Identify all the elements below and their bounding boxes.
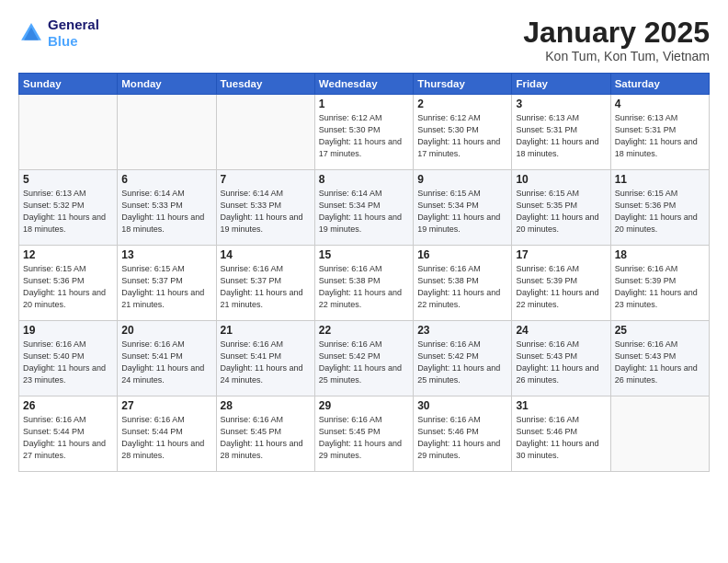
calendar-day-cell: 4Sunrise: 6:13 AMSunset: 5:31 PMDaylight… xyxy=(610,95,709,170)
calendar-day-cell: 18Sunrise: 6:16 AMSunset: 5:39 PMDayligh… xyxy=(610,246,709,321)
day-number: 1 xyxy=(319,98,409,110)
calendar-week-row: 5Sunrise: 6:13 AMSunset: 5:32 PMDaylight… xyxy=(19,170,710,246)
calendar-day-cell: 3Sunrise: 6:13 AMSunset: 5:31 PMDaylight… xyxy=(512,95,610,170)
day-number: 16 xyxy=(417,248,507,261)
day-info: Sunrise: 6:16 AMSunset: 5:45 PMDaylight:… xyxy=(319,414,409,462)
day-info: Sunrise: 6:16 AMSunset: 5:43 PMDaylight:… xyxy=(516,339,606,386)
day-info: Sunrise: 6:16 AMSunset: 5:46 PMDaylight:… xyxy=(417,414,507,462)
day-info: Sunrise: 6:15 AMSunset: 5:34 PMDaylight:… xyxy=(417,188,507,236)
day-number: 6 xyxy=(121,173,211,186)
day-number: 8 xyxy=(319,173,409,186)
day-info: Sunrise: 6:15 AMSunset: 5:35 PMDaylight:… xyxy=(516,188,606,236)
day-number: 17 xyxy=(516,248,606,261)
day-number: 26 xyxy=(23,399,113,412)
calendar-table: SundayMondayTuesdayWednesdayThursdayFrid… xyxy=(18,73,710,472)
day-number: 27 xyxy=(121,399,211,412)
calendar-day-cell: 13Sunrise: 6:15 AMSunset: 5:37 PMDayligh… xyxy=(118,246,216,321)
day-info: Sunrise: 6:14 AMSunset: 5:33 PMDaylight:… xyxy=(221,188,311,236)
day-info: Sunrise: 6:16 AMSunset: 5:45 PMDaylight:… xyxy=(221,414,311,462)
day-number: 9 xyxy=(417,173,507,186)
day-info: Sunrise: 6:16 AMSunset: 5:39 PMDaylight:… xyxy=(516,263,606,311)
day-number: 7 xyxy=(221,173,311,186)
day-info: Sunrise: 6:16 AMSunset: 5:43 PMDaylight:… xyxy=(615,339,705,386)
day-info: Sunrise: 6:16 AMSunset: 5:46 PMDaylight:… xyxy=(516,414,606,462)
day-of-week-header: Tuesday xyxy=(216,74,314,95)
day-info: Sunrise: 6:13 AMSunset: 5:32 PMDaylight:… xyxy=(23,188,113,236)
day-of-week-header: Saturday xyxy=(610,74,709,95)
calendar-day-cell: 28Sunrise: 6:16 AMSunset: 5:45 PMDayligh… xyxy=(216,396,314,472)
calendar-day-cell: 10Sunrise: 6:15 AMSunset: 5:35 PMDayligh… xyxy=(512,170,610,246)
day-info: Sunrise: 6:14 AMSunset: 5:33 PMDaylight:… xyxy=(121,188,211,236)
day-info: Sunrise: 6:16 AMSunset: 5:39 PMDaylight:… xyxy=(615,263,705,311)
day-number: 11 xyxy=(615,173,705,186)
day-info: Sunrise: 6:12 AMSunset: 5:30 PMDaylight:… xyxy=(319,112,409,160)
day-info: Sunrise: 6:16 AMSunset: 5:44 PMDaylight:… xyxy=(121,414,211,462)
day-number: 24 xyxy=(516,324,606,337)
day-number: 14 xyxy=(221,248,311,261)
calendar-day-cell: 20Sunrise: 6:16 AMSunset: 5:41 PMDayligh… xyxy=(118,321,216,396)
day-info: Sunrise: 6:15 AMSunset: 5:37 PMDaylight:… xyxy=(121,263,211,311)
calendar-day-cell: 12Sunrise: 6:15 AMSunset: 5:36 PMDayligh… xyxy=(19,246,118,321)
day-info: Sunrise: 6:13 AMSunset: 5:31 PMDaylight:… xyxy=(516,112,606,160)
day-number: 20 xyxy=(121,324,211,337)
day-info: Sunrise: 6:16 AMSunset: 5:44 PMDaylight:… xyxy=(23,414,113,462)
page: General Blue January 2025 Kon Tum, Kon T… xyxy=(0,0,728,563)
day-number: 28 xyxy=(221,399,311,412)
day-number: 13 xyxy=(121,248,211,261)
logo-icon xyxy=(18,20,44,46)
day-info: Sunrise: 6:15 AMSunset: 5:36 PMDaylight:… xyxy=(615,188,705,236)
title-block: January 2025 Kon Tum, Kon Tum, Vietnam xyxy=(523,17,710,63)
location: Kon Tum, Kon Tum, Vietnam xyxy=(523,49,710,63)
day-number: 19 xyxy=(23,324,113,337)
calendar-day-cell xyxy=(610,396,709,472)
day-number: 30 xyxy=(417,399,507,412)
calendar-day-cell: 1Sunrise: 6:12 AMSunset: 5:30 PMDaylight… xyxy=(314,95,413,170)
day-number: 15 xyxy=(319,248,409,261)
day-number: 5 xyxy=(23,173,113,186)
day-info: Sunrise: 6:15 AMSunset: 5:36 PMDaylight:… xyxy=(23,263,113,311)
day-info: Sunrise: 6:16 AMSunset: 5:38 PMDaylight:… xyxy=(417,263,507,311)
day-number: 2 xyxy=(417,98,507,110)
day-number: 4 xyxy=(615,98,705,110)
calendar-day-cell: 24Sunrise: 6:16 AMSunset: 5:43 PMDayligh… xyxy=(512,321,610,396)
calendar-week-row: 1Sunrise: 6:12 AMSunset: 5:30 PMDaylight… xyxy=(19,95,710,170)
day-number: 31 xyxy=(516,399,606,412)
calendar-week-row: 19Sunrise: 6:16 AMSunset: 5:40 PMDayligh… xyxy=(19,321,710,396)
calendar-day-cell: 11Sunrise: 6:15 AMSunset: 5:36 PMDayligh… xyxy=(610,170,709,246)
calendar-week-row: 26Sunrise: 6:16 AMSunset: 5:44 PMDayligh… xyxy=(19,396,710,472)
day-number: 25 xyxy=(615,324,705,337)
calendar-day-cell: 7Sunrise: 6:14 AMSunset: 5:33 PMDaylight… xyxy=(216,170,314,246)
day-info: Sunrise: 6:16 AMSunset: 5:41 PMDaylight:… xyxy=(121,339,211,386)
calendar-day-cell xyxy=(118,95,216,170)
calendar-day-cell: 9Sunrise: 6:15 AMSunset: 5:34 PMDaylight… xyxy=(414,170,512,246)
calendar-day-cell: 26Sunrise: 6:16 AMSunset: 5:44 PMDayligh… xyxy=(19,396,118,472)
calendar-day-cell: 5Sunrise: 6:13 AMSunset: 5:32 PMDaylight… xyxy=(19,170,118,246)
day-info: Sunrise: 6:16 AMSunset: 5:41 PMDaylight:… xyxy=(221,339,311,386)
calendar-day-cell: 6Sunrise: 6:14 AMSunset: 5:33 PMDaylight… xyxy=(118,170,216,246)
header: General Blue January 2025 Kon Tum, Kon T… xyxy=(18,17,710,63)
calendar-day-cell xyxy=(19,95,118,170)
calendar-day-cell: 29Sunrise: 6:16 AMSunset: 5:45 PMDayligh… xyxy=(314,396,413,472)
day-of-week-header: Thursday xyxy=(414,74,512,95)
day-number: 23 xyxy=(417,324,507,337)
day-info: Sunrise: 6:13 AMSunset: 5:31 PMDaylight:… xyxy=(615,112,705,160)
calendar-week-row: 12Sunrise: 6:15 AMSunset: 5:36 PMDayligh… xyxy=(19,246,710,321)
calendar-day-cell: 14Sunrise: 6:16 AMSunset: 5:37 PMDayligh… xyxy=(216,246,314,321)
day-of-week-header: Wednesday xyxy=(314,74,413,95)
day-info: Sunrise: 6:16 AMSunset: 5:38 PMDaylight:… xyxy=(319,263,409,311)
day-info: Sunrise: 6:16 AMSunset: 5:42 PMDaylight:… xyxy=(319,339,409,386)
calendar-header-row: SundayMondayTuesdayWednesdayThursdayFrid… xyxy=(19,74,710,95)
day-of-week-header: Sunday xyxy=(19,74,118,95)
calendar-day-cell: 25Sunrise: 6:16 AMSunset: 5:43 PMDayligh… xyxy=(610,321,709,396)
calendar-day-cell: 31Sunrise: 6:16 AMSunset: 5:46 PMDayligh… xyxy=(512,396,610,472)
day-number: 29 xyxy=(319,399,409,412)
day-number: 3 xyxy=(516,98,606,110)
logo: General Blue xyxy=(18,17,99,50)
day-number: 10 xyxy=(516,173,606,186)
calendar-day-cell xyxy=(216,95,314,170)
calendar-day-cell: 23Sunrise: 6:16 AMSunset: 5:42 PMDayligh… xyxy=(414,321,512,396)
calendar-day-cell: 15Sunrise: 6:16 AMSunset: 5:38 PMDayligh… xyxy=(314,246,413,321)
day-number: 18 xyxy=(615,248,705,261)
day-info: Sunrise: 6:16 AMSunset: 5:40 PMDaylight:… xyxy=(23,339,113,386)
day-info: Sunrise: 6:16 AMSunset: 5:42 PMDaylight:… xyxy=(417,339,507,386)
